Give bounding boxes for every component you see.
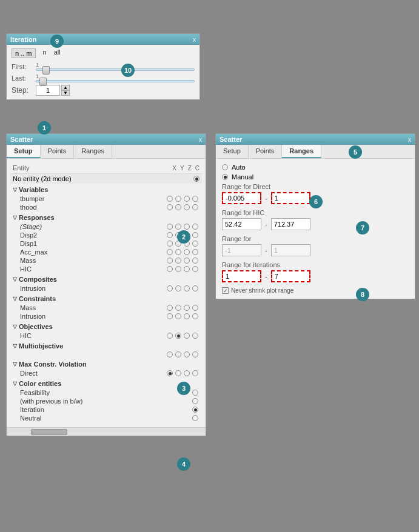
intrusion-comp-radio-x[interactable]: [167, 285, 173, 291]
step-input[interactable]: [36, 85, 60, 96]
direct-radio-x[interactable]: [167, 370, 173, 376]
range-iter-min-input[interactable]: [222, 270, 261, 282]
bw-radio[interactable]: [192, 398, 198, 404]
accmax-radio-z[interactable]: [184, 249, 190, 255]
mass-constr-radio-y[interactable]: [175, 305, 181, 311]
scatter-left-tab-setup[interactable]: Setup: [7, 145, 41, 158]
intrusion-comp-radio-c[interactable]: [192, 285, 198, 291]
stage-radio-y[interactable]: [175, 224, 181, 230]
tbumper-radio-c[interactable]: [192, 196, 198, 202]
scroll-thumb-left[interactable]: [31, 429, 67, 435]
range-hic-min-input[interactable]: [222, 218, 261, 230]
scatter-right-tab-ranges[interactable]: Ranges: [282, 145, 321, 158]
hic-obj-radio-z[interactable]: [184, 333, 190, 339]
thood-radio-z[interactable]: [184, 204, 190, 210]
bw-label: (with previous in b/w): [20, 397, 82, 405]
last-slider[interactable]: 1: [36, 73, 195, 82]
neutral-radios: [192, 415, 198, 421]
no-entity-radio[interactable]: [193, 176, 199, 182]
multi-radio-z[interactable]: [184, 351, 190, 357]
range-empty-group: Range for -: [222, 235, 409, 256]
range-hic-max-input[interactable]: [271, 218, 310, 230]
scatter-right-close[interactable]: x: [408, 136, 411, 143]
hic-obj-radio-x[interactable]: [167, 333, 173, 339]
stage-radio-z[interactable]: [184, 224, 190, 230]
intrusion-comp-radio-y[interactable]: [175, 285, 181, 291]
intrusion-constr-radio-x[interactable]: [167, 313, 173, 319]
accmax-radio-x[interactable]: [167, 249, 173, 255]
direct-radio-c[interactable]: [192, 370, 198, 376]
range-empty-min-input: [222, 244, 261, 256]
auto-radio[interactable]: [222, 164, 228, 170]
mass-resp-radio-y[interactable]: [175, 258, 181, 264]
hic-resp-radio-x[interactable]: [167, 266, 173, 272]
range-direct-max-input[interactable]: [271, 192, 310, 204]
step-down-button[interactable]: ▼: [61, 90, 70, 96]
neutral-radio[interactable]: [192, 415, 198, 421]
disp2-radio-x[interactable]: [167, 232, 173, 238]
range-hic-label: Range for HIC: [222, 209, 409, 216]
tbumper-radio-x[interactable]: [167, 196, 173, 202]
mass-resp-radio-z[interactable]: [184, 258, 190, 264]
iteration-tabs: n .. m n all: [12, 48, 195, 58]
scatter-left-title: Scatter: [10, 136, 33, 143]
mass-resp-radio-c[interactable]: [192, 258, 198, 264]
mass-resp-radio-x[interactable]: [167, 258, 173, 264]
intrusion-comp-radio-z[interactable]: [184, 285, 190, 291]
iteration-tab-nm[interactable]: n .. m: [12, 48, 36, 58]
disp1-radio-c[interactable]: [192, 241, 198, 247]
feasibility-radio[interactable]: [192, 390, 198, 396]
intrusion-constr-radio-c[interactable]: [192, 313, 198, 319]
scatter-right-tab-setup[interactable]: Setup: [216, 145, 249, 158]
step-up-button[interactable]: ▲: [61, 85, 70, 90]
scatter-left-tab-points[interactable]: Points: [41, 145, 75, 158]
hic-obj-radio-c[interactable]: [192, 333, 198, 339]
disp2-radio-c[interactable]: [192, 232, 198, 238]
last-label: Last:: [12, 75, 36, 82]
direct-radio-y[interactable]: [175, 370, 181, 376]
iteration-tab-all[interactable]: all: [54, 48, 61, 58]
hic-resp-radio-c[interactable]: [192, 266, 198, 272]
iteration-close-button[interactable]: x: [193, 36, 196, 43]
thood-radio-y[interactable]: [175, 204, 181, 210]
iteration-color-radio[interactable]: [192, 407, 198, 413]
tbumper-radio-z[interactable]: [184, 196, 190, 202]
scatter-left-close[interactable]: x: [199, 136, 202, 143]
intrusion-constr-radio-z[interactable]: [184, 313, 190, 319]
iteration-tab-n[interactable]: n: [43, 48, 47, 58]
mass-constr-radio-z[interactable]: [184, 305, 190, 311]
badge-7: 7: [356, 221, 369, 234]
multi-radio-x[interactable]: [167, 351, 173, 357]
direct-radio-z[interactable]: [184, 370, 190, 376]
accmax-radio-y[interactable]: [175, 249, 181, 255]
neutral-item: Neutral: [10, 414, 202, 422]
hic-resp-radio-z[interactable]: [184, 266, 190, 272]
range-direct-min-input[interactable]: [222, 192, 261, 204]
thood-radio-x[interactable]: [167, 204, 173, 210]
stage-radio-x[interactable]: [167, 224, 173, 230]
accmax-radio-c[interactable]: [192, 249, 198, 255]
ranges-content: Auto Manual Range for Direct - Range for…: [216, 159, 415, 299]
mass-constr-radio-c[interactable]: [192, 305, 198, 311]
never-shrink-checkbox[interactable]: ✓: [222, 287, 229, 294]
manual-radio[interactable]: [222, 174, 228, 180]
disp1-radio-x[interactable]: [167, 241, 173, 247]
iteration-titlebar: Iteration x: [7, 34, 199, 45]
stage-radio-c[interactable]: [192, 224, 198, 230]
hic-resp-radio-y[interactable]: [175, 266, 181, 272]
thood-radio-c[interactable]: [192, 204, 198, 210]
multi-radio-c[interactable]: [192, 351, 198, 357]
scatter-left-tab-ranges[interactable]: Ranges: [74, 145, 112, 158]
objectives-arrow: ▽: [13, 324, 17, 330]
range-iter-max-input[interactable]: [271, 270, 310, 282]
scatter-right-tab-points[interactable]: Points: [249, 145, 283, 158]
multi-radio-y[interactable]: [175, 351, 181, 357]
responses-header: ▽ Responses: [10, 213, 202, 222]
first-slider[interactable]: 1: [36, 62, 195, 71]
tbumper-radio-y[interactable]: [175, 196, 181, 202]
mass-constr-radio-x[interactable]: [167, 305, 173, 311]
intrusion-constr-radio-y[interactable]: [175, 313, 181, 319]
disp2-label: Disp2: [20, 231, 37, 239]
multiobjective-arrow: ▽: [13, 343, 17, 349]
hic-obj-radio-y[interactable]: [175, 333, 181, 339]
